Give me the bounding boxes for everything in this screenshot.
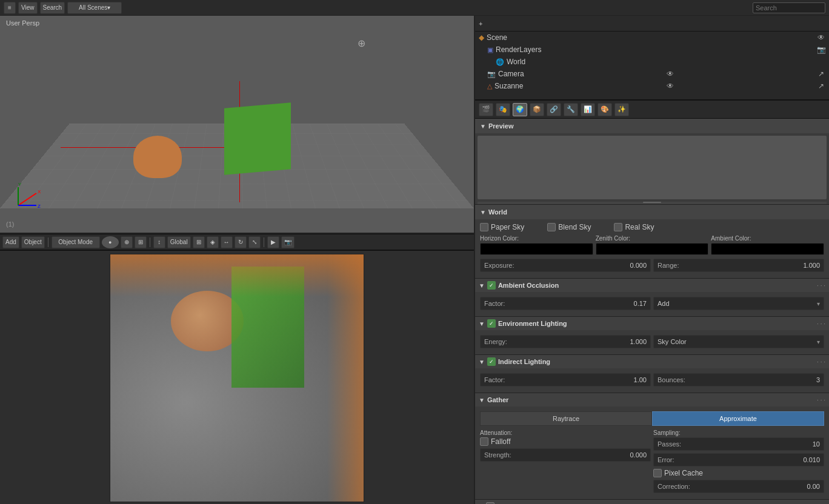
preview-divider[interactable] <box>478 202 827 204</box>
preview-area <box>478 136 827 199</box>
cube-mesh <box>224 102 291 175</box>
ao-mode-label: Add <box>658 300 670 307</box>
paper-sky-checkbox[interactable] <box>480 223 488 231</box>
real-sky-checkbox[interactable] <box>614 223 622 231</box>
eye-icon-camera[interactable]: 👁 <box>666 70 674 78</box>
menu-icon[interactable]: ≡ <box>4 2 16 14</box>
ao-content: Factor: 0.17 Add ▾ <box>475 293 829 316</box>
env-sky-dropdown[interactable]: Sky Color ▾ <box>653 335 824 348</box>
outliner-item-camera[interactable]: 📷 Camera 👁 ↗ <box>475 68 829 80</box>
view-menu[interactable]: View <box>18 2 38 14</box>
search-input[interactable] <box>753 2 825 13</box>
indirect-factor-field[interactable]: Factor: 1.00 <box>480 373 651 386</box>
panel-scrollable[interactable]: ▼ Preview ▼ World <box>475 119 829 504</box>
render-canvas[interactable] <box>110 254 364 502</box>
outliner-label-world: World <box>507 58 525 66</box>
viewport-icon-btn[interactable]: ● <box>102 236 119 248</box>
preview-header[interactable]: ▼ Preview <box>475 119 829 133</box>
tab-constraints[interactable]: 🔗 <box>547 103 561 116</box>
scale-icon[interactable]: ⤡ <box>248 236 261 248</box>
tab-modifiers[interactable]: 🔧 <box>564 103 578 116</box>
select-icon-camera[interactable]: ↗ <box>817 70 825 78</box>
pixel-cache-checkbox[interactable] <box>653 469 662 477</box>
tab-scene[interactable]: 🎭 <box>496 103 510 116</box>
pivot-btn[interactable]: ↕ <box>153 236 165 248</box>
gather-header[interactable]: ▼ Gather · · · <box>475 393 829 406</box>
rotate-icon[interactable]: ↻ <box>235 236 247 248</box>
outliner-label-camera: Camera <box>498 70 524 78</box>
falloff-checkbox[interactable] <box>480 437 488 446</box>
tab-object[interactable]: 📦 <box>530 103 544 116</box>
real-sky-label: Real Sky <box>625 223 654 231</box>
strength-field[interactable]: Strength: 0.000 <box>480 448 651 462</box>
world-header[interactable]: ▼ World <box>475 205 829 219</box>
horizon-color-swatch[interactable] <box>480 243 593 255</box>
correction-field[interactable]: Correction: 0.00 <box>653 480 824 493</box>
transform-icon[interactable]: ⊕ <box>121 236 133 248</box>
env-sky-label: Sky Color <box>658 338 687 345</box>
viewport-label: User Persp <box>6 19 39 27</box>
camera-render-icon[interactable]: 📷 <box>817 45 825 54</box>
scenes-dropdown[interactable]: All Scenes ▾ <box>67 2 122 14</box>
ao-factor-row: Factor: 0.17 Add ▾ <box>480 297 824 310</box>
view-dropdown[interactable]: Global <box>167 236 191 248</box>
viewport-3d[interactable]: X Y Z User Persp ⊕ (1) <box>0 16 474 234</box>
outliner-item-renderlayers[interactable]: ▣ RenderLayers 📷 <box>475 44 829 56</box>
mist-header[interactable]: ▶ Mist <box>475 500 829 504</box>
indirect-lighting-header[interactable]: ▼ ✓ Indirect Lighting · · · <box>475 355 829 368</box>
ao-factor-field[interactable]: Factor: 0.17 <box>480 297 651 310</box>
indirect-label: Indirect Lighting <box>498 358 550 365</box>
outliner-item-scene[interactable]: ◆ Scene 👁 <box>475 31 829 44</box>
exposure-field[interactable]: Exposure: 0.000 <box>480 259 651 272</box>
select-icon-suzanne[interactable]: ↗ <box>817 82 825 90</box>
indirect-bounces-field[interactable]: Bounces: 3 <box>653 373 824 386</box>
tab-world[interactable]: 🌍 <box>513 103 527 116</box>
outliner-add-icon[interactable]: + <box>479 20 482 27</box>
mode-dropdown[interactable]: Object Mode <box>52 236 100 248</box>
correction-value: 0.00 <box>693 483 820 490</box>
ao-mode-dropdown[interactable]: Add ▾ <box>653 297 824 310</box>
object-button[interactable]: Object <box>21 236 45 248</box>
snap-icon[interactable]: ⊞ <box>135 236 147 248</box>
env-energy-field[interactable]: Energy: 1.000 <box>480 335 651 348</box>
ao-enabled-checkbox[interactable]: ✓ <box>487 281 496 290</box>
eye-icon-suzanne[interactable]: 👁 <box>666 82 674 90</box>
range-field[interactable]: Range: 1.000 <box>653 259 824 272</box>
search-menu[interactable]: Search <box>40 2 65 14</box>
camera-icon[interactable]: 📷 <box>281 236 295 248</box>
env-energy-label: Energy: <box>484 338 507 345</box>
ambient-occlusion-section: ▼ ✓ Ambient Occlusion · · · Factor: 0.17 <box>475 279 829 317</box>
world-section: ▼ World Paper Sky <box>475 205 829 279</box>
indirect-options: · · · <box>817 359 825 365</box>
numpad-icon[interactable]: ⊞ <box>193 236 205 248</box>
add-button[interactable]: Add <box>2 236 19 248</box>
indirect-bounces-label: Bounces: <box>658 376 685 383</box>
falloff-label: Falloff <box>491 437 510 446</box>
env-lighting-header[interactable]: ▼ ✓ Environment Lighting · · · <box>475 317 829 330</box>
move-icon[interactable]: ↔ <box>221 236 233 248</box>
zenith-color-swatch[interactable] <box>596 243 709 255</box>
passes-field[interactable]: Passes: 10 <box>653 437 824 451</box>
indirect-factor-row: Factor: 1.00 Bounces: 3 <box>480 373 824 386</box>
indirect-enabled-checkbox[interactable]: ✓ <box>487 357 496 366</box>
approximate-button[interactable]: Approximate <box>652 411 824 426</box>
env-enabled-checkbox[interactable]: ✓ <box>487 319 496 328</box>
tab-render[interactable]: 🎬 <box>479 103 493 116</box>
outliner-toolbar: + <box>475 16 829 31</box>
tab-material[interactable]: 🎨 <box>598 103 612 116</box>
raytrace-button[interactable]: Raytrace <box>480 411 652 426</box>
tab-data[interactable]: 📊 <box>581 103 595 116</box>
sampling-col: Sampling: Passes: 10 Error: 0.010 <box>653 429 824 493</box>
error-field[interactable]: Error: 0.010 <box>653 453 824 466</box>
frame-label: (1) <box>6 220 14 228</box>
tab-particles[interactable]: ✨ <box>614 103 629 116</box>
outliner-item-suzanne[interactable]: △ Suzanne 👁 ↗ <box>475 80 829 92</box>
ambient-occlusion-header[interactable]: ▼ ✓ Ambient Occlusion · · · <box>475 279 829 292</box>
outliner-item-world[interactable]: 🌐 World <box>475 56 829 68</box>
render-icon[interactable]: ▶ <box>267 236 279 248</box>
eye-icon-scene[interactable]: 👁 <box>817 33 825 42</box>
blend-sky-checkbox[interactable] <box>547 223 556 231</box>
select-icon[interactable]: ◈ <box>207 236 219 248</box>
ambient-color-swatch[interactable] <box>711 243 824 255</box>
env-arrow: ▼ <box>479 320 485 327</box>
